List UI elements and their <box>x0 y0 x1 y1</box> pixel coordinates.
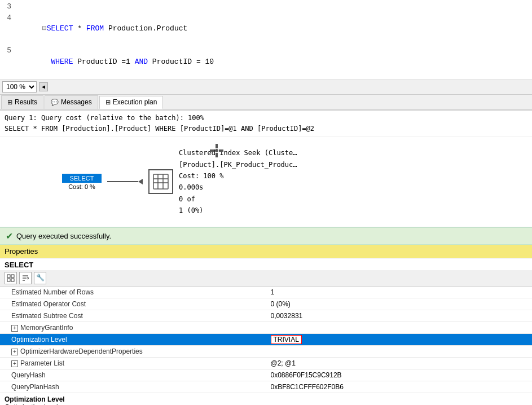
svg-rect-12 <box>7 279 10 281</box>
line-num-4: 4 <box>2 12 16 24</box>
props-label-queryplanhash: QueryPlanHash <box>0 381 266 393</box>
props-row-estimated-rows: Estimated Number of Rows 1 <box>0 287 532 298</box>
svg-rect-3 <box>219 149 223 152</box>
props-label-parameter-list: +Parameter List <box>0 357 266 369</box>
select-cost-label: Cost: 0 % <box>68 183 95 190</box>
props-label-hardware-props: +OptimizerHardwareDependentProperties <box>0 345 266 357</box>
props-label-operator-cost: Estimated Operator Cost <box>0 298 266 310</box>
query-info-line2: SELECT * FROM [Production].[Product] WHE… <box>5 124 527 134</box>
select-node: SELECT Cost: 0 % <box>62 174 102 190</box>
index-icon <box>148 169 173 194</box>
props-value-subtree-cost: 0,0032831 <box>266 310 533 322</box>
properties-node-title: SELECT <box>5 261 33 269</box>
success-icon: ✔ <box>6 231 13 241</box>
index-info-panel: Clustered Index Seek (Cluste… [Product].… <box>179 147 297 216</box>
select-box-label[interactable]: SELECT <box>62 174 102 183</box>
properties-toolbar: 🔧 <box>0 270 532 287</box>
props-value-hardware-props <box>266 345 533 357</box>
execution-plan-area: SELECT Cost: 0 % Clustered Index Seek (C… <box>0 137 532 227</box>
props-value-queryplanhash: 0xBF8C1CFFF602F0B6 <box>266 381 533 393</box>
trivial-badge: TRIVIAL <box>271 335 302 344</box>
code-line-4: 4 ⊟SELECT * FROM Production.Product <box>0 12 532 46</box>
tab-messages[interactable]: 💬 Messages <box>45 95 98 109</box>
plan-cursor-icon <box>209 143 225 161</box>
props-value-estimated-rows: 1 <box>266 287 533 298</box>
line-num-3: 3 <box>2 1 16 12</box>
messages-tab-icon: 💬 <box>51 99 59 106</box>
properties-header-label: Properties <box>5 247 38 256</box>
props-label-estimated-rows: Estimated Number of Rows <box>0 287 266 298</box>
svg-rect-0 <box>216 144 218 148</box>
svg-rect-11 <box>11 275 14 278</box>
results-tab-icon: ⊞ <box>7 99 12 106</box>
success-message: Query executed successfully. <box>16 232 111 240</box>
code-line-3: 3 <box>0 1 532 12</box>
keyword-where: WHERE <box>51 58 73 66</box>
svg-rect-5 <box>153 174 168 189</box>
line-content-5[interactable]: WHERE ProductID =1 AND ProductID = 10 <box>16 45 530 78</box>
svg-rect-13 <box>11 279 14 281</box>
props-row-parameter-list: +Parameter List @2; @1 <box>0 357 532 369</box>
props-row-queryhash: QueryHash 0x0886F0F15C9C912B <box>0 369 532 381</box>
plan-connector <box>107 179 143 184</box>
props-value-parameter-list: @2; @1 <box>266 357 533 369</box>
props-value-queryhash: 0x0886F0F15C9C912B <box>266 369 533 381</box>
keyword-from: FROM <box>86 24 104 33</box>
index-time: 0.000s <box>179 182 297 193</box>
code-editor: 3 4 ⊟SELECT * FROM Production.Product 5 … <box>0 0 532 80</box>
props-value-optimization-level: TRIVIAL <box>266 333 533 345</box>
code-line-5: 5 WHERE ProductID =1 AND ProductID = 10 <box>0 45 532 78</box>
expand-hardware-props[interactable]: + <box>11 349 18 355</box>
index-rows: 0 of <box>179 193 297 205</box>
tab-execution-plan[interactable]: ⊞ Execution plan <box>99 96 164 109</box>
expand-memory-grant[interactable]: + <box>11 325 18 332</box>
execution-tab-icon: ⊞ <box>105 99 111 106</box>
tab-results-label: Results <box>15 98 37 106</box>
line-num-5: 5 <box>2 45 16 56</box>
keyword-and: AND <box>135 58 148 66</box>
svg-rect-1 <box>216 153 218 157</box>
zoom-toolbar: 100 % 75 % 50 % 125 % 150 % ◀ <box>0 80 532 95</box>
scroll-left-button[interactable]: ◀ <box>39 82 48 91</box>
index-cost: Cost: 100 % <box>179 170 297 182</box>
properties-table: Estimated Number of Rows 1 Estimated Ope… <box>0 287 532 393</box>
keyword-select: SELECT <box>47 24 73 33</box>
expand-parameter-list[interactable]: + <box>11 360 18 367</box>
props-row-hardware-props: +OptimizerHardwareDependentProperties <box>0 345 532 357</box>
props-row-optimization-level[interactable]: Optimization Level TRIVIAL <box>0 333 532 345</box>
svg-rect-10 <box>7 275 10 278</box>
props-sort-icon[interactable] <box>19 272 32 284</box>
props-value-memory-grant <box>266 322 533 333</box>
collapse-icon: ⊟ <box>42 24 47 33</box>
props-row-memory-grant: +MemoryGrantInfo <box>0 322 532 333</box>
props-label-memory-grant: +MemoryGrantInfo <box>0 322 266 333</box>
index-title2: [Product].[PK_Product_Produc… <box>179 159 297 170</box>
index-title1: Clustered Index Seek (Cluste… <box>179 147 297 159</box>
props-label-optimization-level: Optimization Level <box>0 333 266 345</box>
footer-title: Optimization Level <box>5 395 527 403</box>
line-content-4[interactable]: ⊟SELECT * FROM Production.Product <box>16 12 530 46</box>
props-row-subtree-cost: Estimated Subtree Cost 0,0032831 <box>0 310 532 322</box>
tab-execution-label: Execution plan <box>113 98 157 106</box>
props-wrench-icon[interactable]: 🔧 <box>34 272 46 284</box>
tabs-bar: ⊞ Results 💬 Messages ⊞ Execution plan <box>0 95 532 111</box>
query-info-panel: Query 1: Query cost (relative to the bat… <box>0 111 532 137</box>
props-label-queryhash: QueryHash <box>0 369 266 381</box>
properties-footer: Optimization Level Optimization level. <box>0 393 532 405</box>
props-row-operator-cost: Estimated Operator Cost 0 (0%) <box>0 298 532 310</box>
query-info-line1: Query 1: Query cost (relative to the bat… <box>5 113 527 124</box>
properties-header: Properties <box>0 245 532 258</box>
tab-results[interactable]: ⊞ Results <box>1 95 43 109</box>
arrow-head <box>138 179 143 184</box>
success-bar: ✔ Query executed successfully. <box>0 227 532 245</box>
props-row-queryplanhash: QueryPlanHash 0xBF8C1CFFF602F0B6 <box>0 381 532 393</box>
properties-title: SELECT <box>0 258 532 270</box>
zoom-select[interactable]: 100 % 75 % 50 % 125 % 150 % <box>2 81 37 93</box>
svg-point-4 <box>215 149 218 152</box>
tab-messages-label: Messages <box>61 98 92 106</box>
svg-rect-2 <box>210 149 214 152</box>
props-grid-icon[interactable] <box>5 272 17 284</box>
connector-line <box>107 181 138 182</box>
props-label-subtree-cost: Estimated Subtree Cost <box>0 310 266 322</box>
props-value-operator-cost: 0 (0%) <box>266 298 533 310</box>
